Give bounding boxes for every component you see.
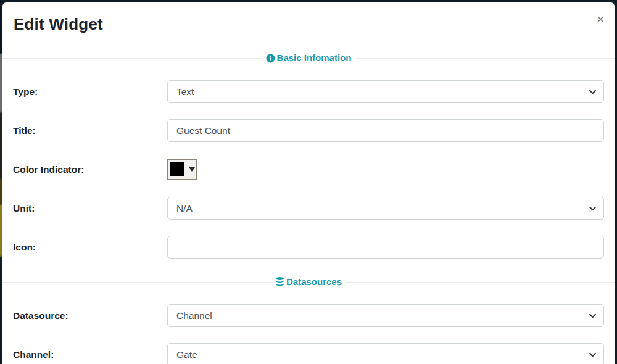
channel-select[interactable]: Gate bbox=[167, 343, 604, 364]
unit-select[interactable]: N/A bbox=[167, 197, 604, 220]
type-select[interactable]: Text bbox=[167, 80, 604, 103]
type-row: Type: Text bbox=[2, 80, 615, 103]
icon-label: Icon: bbox=[13, 242, 167, 253]
datasource-label: Datasource: bbox=[13, 310, 167, 321]
edit-widget-dialog: Edit Widget ✕ Basic Infomation Type: Tex… bbox=[2, 2, 615, 364]
section-basic-label-group: Basic Infomation bbox=[262, 52, 356, 64]
section-basic-information: Basic Infomation bbox=[2, 52, 615, 64]
dialog-title: Edit Widget bbox=[14, 15, 603, 34]
database-icon bbox=[275, 277, 284, 287]
section-basic-label: Basic Infomation bbox=[277, 52, 352, 64]
section-datasources-label: Datasources bbox=[286, 276, 342, 288]
dropdown-arrow-icon bbox=[189, 167, 195, 172]
section-datasources: Datasources bbox=[2, 276, 615, 288]
datasource-row: Datasource: Channel bbox=[2, 304, 615, 327]
color-indicator-row: Color Indicator: bbox=[2, 158, 615, 181]
color-picker-button[interactable] bbox=[167, 159, 197, 180]
channel-label: Channel: bbox=[13, 349, 167, 360]
title-label: Title: bbox=[13, 125, 167, 136]
color-indicator-label: Color Indicator: bbox=[13, 164, 167, 175]
icon-row: Icon: bbox=[2, 236, 615, 259]
dialog-header: Edit Widget ✕ bbox=[2, 2, 615, 37]
unit-row: Unit: N/A bbox=[2, 197, 615, 220]
channel-row: Channel: Gate bbox=[2, 343, 615, 364]
title-row: Title: bbox=[2, 119, 615, 142]
color-swatch bbox=[170, 162, 184, 176]
title-input[interactable] bbox=[167, 119, 604, 142]
datasource-select[interactable]: Channel bbox=[167, 304, 604, 327]
icon-input[interactable] bbox=[167, 236, 604, 259]
section-datasources-label-group: Datasources bbox=[271, 276, 346, 288]
type-label: Type: bbox=[13, 86, 167, 97]
close-icon[interactable]: ✕ bbox=[597, 15, 605, 25]
info-circle-icon bbox=[266, 54, 275, 63]
unit-label: Unit: bbox=[13, 203, 167, 214]
